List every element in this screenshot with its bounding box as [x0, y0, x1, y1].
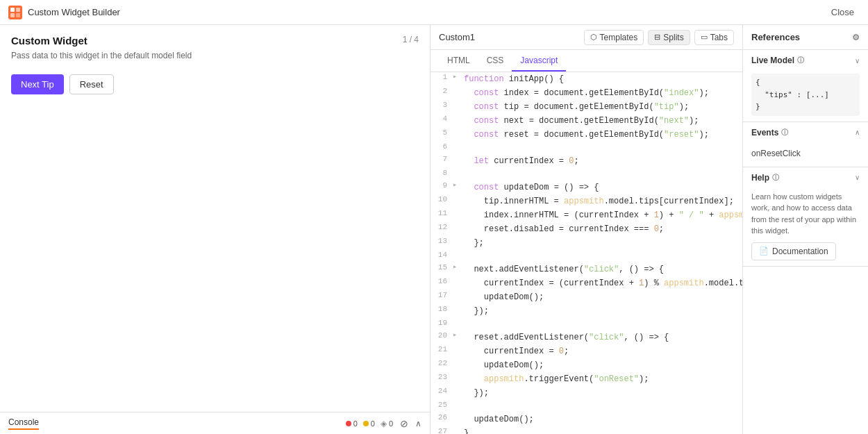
left-header: Custom Widget Pass data to this widget i… [0, 25, 430, 99]
reset-button[interactable]: Reset [69, 74, 114, 94]
line-code: }; [461, 236, 742, 250]
help-info-icon[interactable]: ⓘ [772, 173, 779, 183]
tab-javascript[interactable]: Javascript [512, 50, 566, 72]
line-number: 4 [431, 114, 453, 123]
line-number: 9 [431, 181, 453, 190]
line-number: 18 [431, 304, 453, 313]
code-line: 1▸function initApp() { [431, 72, 742, 86]
code-line: 24 }); [431, 386, 742, 400]
tab-css[interactable]: CSS [478, 50, 512, 72]
line-code: const next = document.getElementById("ne… [461, 114, 742, 128]
code-line: 13 }; [431, 236, 742, 250]
language-tabs: HTML CSS Javascript [431, 50, 742, 72]
top-bar-left: Custom Widget Builder [8, 6, 120, 19]
line-code: function initApp() { [461, 72, 742, 86]
tabs-icon: ▭ [701, 33, 708, 42]
widget-subtitle: Pass data to this widget in the default … [11, 51, 419, 60]
line-number: 23 [431, 372, 453, 381]
code-line: 3 const tip = document.getElementById("t… [431, 100, 742, 114]
warning-count: 0 [371, 419, 375, 428]
line-number: 17 [431, 290, 453, 299]
line-number: 21 [431, 344, 453, 353]
close-button[interactable]: Close [826, 4, 860, 20]
console-indicators: 0 0 ◈ 0 ⊘ ∧ [346, 417, 422, 431]
code-line: 8 [431, 168, 742, 181]
line-number: 24 [431, 386, 453, 395]
code-line: 16 currentIndex = (currentIndex + 1) % a… [431, 276, 742, 290]
help-expand-icon[interactable]: ∨ [855, 174, 860, 181]
code-line: 14 [431, 250, 742, 262]
tabs-button[interactable]: ▭ Tabs [694, 30, 734, 45]
tab-html[interactable]: HTML [439, 50, 478, 72]
console-label[interactable]: Console [8, 417, 39, 430]
line-code [461, 250, 742, 251]
templates-button[interactable]: ⬡ Templates [584, 30, 644, 45]
app-icon [8, 6, 22, 19]
editor-toolbar: ⬡ Templates ⊟ Splits ▭ Tabs [584, 30, 734, 45]
code-line: 2 const index = document.getElementById(… [431, 86, 742, 100]
line-number: 11 [431, 208, 453, 217]
code-line: 22 updateDom(); [431, 358, 742, 372]
code-line: 11 index.innerHTML = (currentIndex + 1) … [431, 208, 742, 222]
code-line: 20▸ reset.addEventListener("click", () =… [431, 331, 742, 344]
connection-count: 0 [389, 419, 393, 428]
line-code: appsmith.triggerEvent("onReset"); [461, 372, 742, 386]
code-area[interactable]: 1▸function initApp() {2 const index = do… [431, 72, 742, 434]
line-number: 10 [431, 194, 453, 203]
widget-title: Custom Widget [11, 35, 419, 47]
settings-icon[interactable]: ⚙ [852, 33, 860, 42]
line-code: reset.disabled = currentIndex === 0; [461, 222, 742, 236]
code-line: 15▸ next.addEventListener("click", () =>… [431, 262, 742, 276]
line-number: 25 [431, 400, 453, 409]
line-code: currentIndex = 0; [461, 344, 742, 358]
splits-button[interactable]: ⊟ Splits [648, 30, 690, 45]
line-number: 5 [431, 128, 453, 137]
help-content: Learn how custom widgets work, and how t… [743, 188, 868, 266]
editor-panel: Custom1 ⬡ Templates ⊟ Splits ▭ Tabs HTML… [431, 25, 743, 434]
events-header[interactable]: Events ⓘ ∧ [743, 122, 868, 143]
line-number: 15 [431, 262, 453, 272]
events-expand-icon[interactable]: ∧ [855, 128, 860, 136]
svg-rect-2 [10, 13, 15, 17]
line-number: 8 [431, 168, 453, 177]
live-model-header[interactable]: Live Model ⓘ ∨ [743, 50, 868, 71]
svg-rect-3 [16, 13, 20, 17]
doc-label: Documentation [772, 247, 828, 256]
main-layout: Custom Widget Pass data to this widget i… [0, 25, 868, 434]
line-code [461, 400, 742, 401]
line-number: 20 [431, 331, 453, 340]
help-header[interactable]: Help ⓘ ∨ [743, 167, 868, 188]
code-line: 7 let currentIndex = 0; [431, 154, 742, 168]
code-line: 9▸ const updateDom = () => { [431, 181, 742, 194]
line-number: 19 [431, 318, 453, 327]
help-section: Help ⓘ ∨ Learn how custom widgets work, … [743, 167, 868, 267]
next-tip-button[interactable]: Next Tip [11, 74, 64, 94]
line-arrow[interactable]: ▸ [453, 262, 461, 271]
code-line: 10 tip.innerHTML = appsmith.model.tips[c… [431, 194, 742, 208]
events-content: onResetClick [743, 143, 868, 167]
line-number: 26 [431, 412, 453, 422]
console-clear-button[interactable]: ⊘ [399, 417, 410, 431]
console-collapse-icon[interactable]: ∧ [415, 419, 422, 428]
code-line: 19 [431, 318, 742, 331]
splits-icon: ⊟ [654, 33, 660, 42]
events-section: Events ⓘ ∧ onResetClick [743, 122, 868, 167]
connection-indicator: ◈ 0 [381, 419, 393, 428]
line-code: const tip = document.getElementById("tip… [461, 100, 742, 114]
live-model-collapse-icon[interactable]: ∨ [855, 57, 860, 65]
line-arrow[interactable]: ▸ [453, 331, 461, 339]
code-line: 23 appsmith.triggerEvent("onReset"); [431, 372, 742, 386]
help-title: Help ⓘ [751, 173, 779, 183]
documentation-button[interactable]: 📄 Documentation [751, 242, 836, 260]
line-code: const updateDom = () => { [461, 181, 742, 194]
events-info-icon[interactable]: ⓘ [781, 128, 788, 137]
line-arrow[interactable]: ▸ [453, 72, 461, 81]
tabs-label: Tabs [710, 33, 728, 42]
line-code: next.addEventListener("click", () => { [461, 262, 742, 276]
live-model-info-icon[interactable]: ⓘ [797, 56, 804, 65]
error-dot [346, 421, 351, 426]
code-line: 21 currentIndex = 0; [431, 344, 742, 358]
line-arrow[interactable]: ▸ [453, 181, 461, 189]
error-count: 0 [353, 419, 358, 428]
line-code: }); [461, 304, 742, 318]
